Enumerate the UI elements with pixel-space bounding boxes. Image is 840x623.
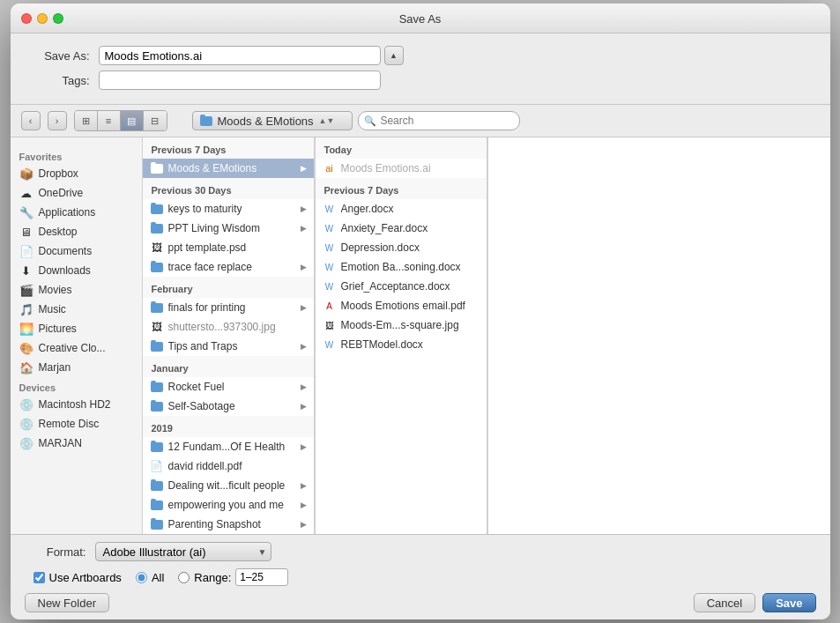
chevron-icon: ▶: [301, 520, 307, 529]
col1-item-david-riddell[interactable]: 📄 david riddell.pdf: [143, 456, 314, 476]
save-button[interactable]: Save: [762, 593, 815, 612]
range-input[interactable]: [235, 568, 288, 586]
col1-item-tips-and-traps[interactable]: Tips and Traps ▶: [143, 337, 314, 356]
documents-icon: 📄: [19, 244, 33, 258]
col2-item-grief[interactable]: W Grief_Acceptance.docx: [316, 277, 487, 296]
back-button[interactable]: ‹: [21, 111, 41, 130]
img-icon: 🖼: [323, 318, 337, 332]
sidebar-item-marjan[interactable]: 🏠 Marjan: [11, 358, 142, 377]
maximize-button[interactable]: [53, 13, 63, 24]
sidebar-item-documents[interactable]: 📄 Documents: [11, 241, 142, 261]
remote-disc-icon: 💿: [19, 417, 33, 431]
gallery-view-button[interactable]: ⊟: [144, 111, 167, 130]
list-view-button[interactable]: ≡: [98, 111, 121, 130]
sidebar-item-desktop[interactable]: 🖥 Desktop: [11, 222, 142, 241]
col1-item-ppt-template[interactable]: 🖼 ppt template.psd: [143, 238, 314, 257]
col1-item-ppt-living-wisdom[interactable]: PPT Living Wisdom ▶: [143, 219, 314, 238]
col1-item-moods-emotions[interactable]: Moods & EMotions ▶: [143, 159, 314, 178]
new-folder-button[interactable]: New Folder: [25, 593, 109, 612]
col1-item-dealing-with-difficult[interactable]: Dealing wit...ficult people ▶: [143, 476, 314, 495]
forward-button[interactable]: ›: [48, 111, 67, 130]
col2-item-emotion-ba[interactable]: W Emotion Ba...soning.docx: [316, 257, 487, 277]
col1-item-name: keys to maturity: [168, 203, 296, 215]
col2-header-7days: Previous 7 Days: [316, 178, 487, 199]
sidebar-item-marjan-device[interactable]: 💿 MARJAN: [11, 434, 142, 453]
col2-item-anxiety[interactable]: W Anxiety_Fear.docx: [316, 219, 487, 238]
format-select[interactable]: Adobe Illustrator (ai) ▼: [95, 542, 271, 561]
file-icon: 🖼: [150, 320, 164, 334]
icon-view-button[interactable]: ⊞: [75, 111, 98, 130]
location-selector[interactable]: Moods & EMotions ▲▼: [192, 111, 353, 130]
sidebar-item-dropbox[interactable]: 📦 Dropbox: [11, 164, 142, 183]
all-radio-label: All: [152, 571, 164, 584]
downloads-icon: ⬇: [19, 263, 33, 278]
minimize-button[interactable]: [37, 13, 48, 24]
range-radio-group: Range:: [178, 568, 288, 586]
chevron-icon: ▶: [301, 382, 307, 391]
col1-item-name: Dealing wit...ficult people: [168, 479, 296, 492]
col1-header-february: February: [143, 277, 314, 298]
search-box[interactable]: 🔍: [358, 111, 520, 130]
sidebar-item-onedrive[interactable]: ☁ OneDrive: [11, 183, 142, 203]
col2-item-depression[interactable]: W Depression.docx: [316, 238, 487, 257]
col1-item-rocket-fuel[interactable]: Rocket Fuel ▶: [143, 377, 314, 397]
sidebar-item-label: Downloads: [39, 264, 91, 277]
col1-item-self-sabotage[interactable]: Self-Sabotage ▶: [143, 397, 314, 416]
col2-item-rebt[interactable]: W REBTModel.docx: [316, 335, 487, 354]
col2-item-moods-email[interactable]: A Moods Emotions email.pdf: [316, 296, 487, 315]
applications-icon: 🔧: [19, 205, 33, 219]
col1-header-7days: Previous 7 Days: [143, 137, 314, 159]
view-buttons: ⊞ ≡ ▤ ⊟: [74, 110, 167, 131]
cancel-button[interactable]: Cancel: [694, 593, 755, 612]
column-view-button[interactable]: ▤: [121, 111, 144, 130]
pictures-icon: 🌅: [19, 322, 33, 336]
save-as-input[interactable]: [99, 46, 381, 65]
col1-item-name: ppt template.psd: [168, 241, 307, 254]
sidebar-item-remote-disc[interactable]: 💿 Remote Disc: [11, 414, 142, 434]
col1-item-name: finals for printing: [168, 301, 296, 314]
folder-icon: [150, 300, 164, 315]
close-button[interactable]: [21, 13, 32, 24]
col1-item-finals[interactable]: finals for printing ▶: [143, 298, 314, 317]
favorites-label: Favorites: [11, 146, 142, 164]
sidebar-item-label: Applications: [39, 206, 96, 219]
sidebar-item-label: Remote Disc: [39, 418, 100, 430]
col1-item-name: trace face replace: [168, 261, 296, 273]
col1-item-keys-to-maturity[interactable]: keys to maturity ▶: [143, 199, 314, 219]
docx-icon: W: [323, 279, 337, 293]
folder-icon: [150, 221, 164, 235]
folder-icon: [150, 440, 164, 454]
sidebar-item-creative-cloud[interactable]: 🎨 Creative Clo...: [11, 338, 142, 358]
sidebar-item-downloads[interactable]: ⬇ Downloads: [11, 261, 142, 280]
col2-item-anger[interactable]: W Anger.docx: [316, 199, 487, 219]
format-row: Format: Adobe Illustrator (ai) ▼: [25, 542, 816, 561]
col1-item-shutterstock[interactable]: 🖼 shuttersto...937300.jpg: [143, 317, 314, 337]
sidebar-item-movies[interactable]: 🎬 Movies: [11, 280, 142, 300]
sidebar-item-music[interactable]: 🎵 Music: [11, 300, 142, 319]
use-artboards-checkbox[interactable]: [33, 572, 45, 583]
sidebar-item-applications[interactable]: 🔧 Applications: [11, 203, 142, 222]
macintosh-hd2-icon: 💿: [19, 397, 33, 412]
dialog-actions: Cancel Save: [694, 593, 816, 612]
save-as-row: Save As: ▲: [28, 46, 813, 65]
col1-item-trace-face[interactable]: trace face replace ▶: [143, 257, 314, 277]
col1-item-parenting[interactable]: Parenting Snapshot ▶: [143, 515, 314, 534]
col2-item-moods-square[interactable]: 🖼 Moods-Em...s-square.jpg: [316, 315, 487, 335]
all-radio[interactable]: [136, 572, 147, 583]
col2-header-today: Today: [316, 137, 487, 159]
tags-input[interactable]: [99, 70, 381, 90]
save-as-label: Save As:: [28, 49, 99, 63]
search-input[interactable]: [380, 115, 512, 127]
file-icon: 📄: [150, 459, 164, 473]
expand-button[interactable]: ▲: [384, 46, 404, 65]
col2-item-name: Depression.docx: [341, 241, 479, 254]
sidebar-item-macintosh-hd2[interactable]: 💿 Macintosh HD2: [11, 395, 142, 414]
folder-icon: [150, 498, 164, 512]
col1-item-empowering[interactable]: empowering you and me ▶: [143, 495, 314, 515]
range-radio[interactable]: [178, 572, 190, 583]
window-controls: [21, 13, 63, 24]
search-icon: 🔍: [364, 115, 376, 127]
col1-item-12-fundam[interactable]: 12 Fundam...Of E Health ▶: [143, 437, 314, 456]
col1-item-name: Self-Sabotage: [168, 400, 296, 412]
sidebar-item-pictures[interactable]: 🌅 Pictures: [11, 319, 142, 338]
